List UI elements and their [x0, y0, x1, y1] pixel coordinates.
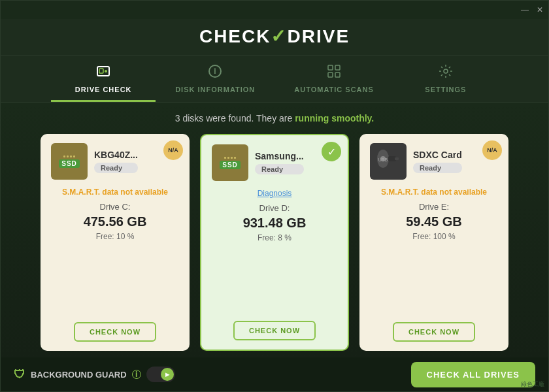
app-footer: 🛡 BACKGROUND GUARD i ▶ CHECK ALL DRIVES	[1, 357, 548, 391]
icon-dots	[63, 155, 75, 157]
smart-warning-e: S.M.A.R.T. data not available	[381, 188, 487, 197]
disk-name-e: SDXC Card	[413, 150, 462, 160]
disk-name-c: KBG40Z...	[94, 150, 138, 160]
minimize-button[interactable]: —	[521, 5, 529, 14]
settings-icon	[438, 63, 454, 82]
card-d-disk-icon: SSD	[212, 144, 248, 181]
disk-card-c[interactable]: SSD KBG40Z... Ready N/A S.M.A.R.T. data …	[41, 134, 190, 351]
drive-size-e: 59.45 GB	[406, 214, 462, 229]
app-window: — ✕ CHECK✓DRIVE DRIVE CHECK	[0, 0, 549, 392]
status-highlight: running smoothly.	[295, 113, 374, 123]
watermark: 綠色工廠	[521, 380, 544, 389]
info-icon[interactable]: i	[132, 370, 141, 379]
drive-label-d: Drive D:	[259, 203, 290, 213]
check-now-c-button[interactable]: CHECK NOW	[74, 322, 156, 342]
drive-size-d: 931.48 GB	[243, 216, 307, 231]
guard-toggle[interactable]: ▶	[146, 367, 175, 382]
check-now-e-button[interactable]: CHECK NOW	[393, 322, 475, 342]
title-drive: DRIVE	[287, 26, 350, 46]
svg-rect-1	[99, 69, 103, 73]
drive-label-e: Drive E:	[419, 202, 449, 212]
svg-point-2	[105, 70, 107, 73]
card-d-info: Samsung... Ready	[255, 151, 304, 174]
nav-automatic-scans[interactable]: AUTOMATIC SCANS	[274, 56, 393, 102]
background-guard: 🛡 BACKGROUND GUARD i ▶	[14, 367, 175, 382]
check-now-d-button[interactable]: CHECK NOW	[233, 321, 316, 340]
title-check: CHECK	[199, 26, 271, 46]
disk-status-e: Ready	[413, 163, 462, 173]
disk-info-icon: i	[207, 63, 223, 82]
badge-ok-d: ✓	[322, 142, 341, 161]
close-button[interactable]: ✕	[537, 5, 543, 14]
svg-point-9	[444, 69, 448, 73]
disk-card-d[interactable]: SSD Samsung... Ready ✓ Diagnosis Drive D…	[200, 134, 349, 351]
bg-guard-label: BACKGROUND GUARD	[31, 370, 127, 380]
disk-name-d: Samsung...	[255, 151, 304, 161]
drive-label-c: Drive C:	[100, 202, 131, 212]
svg-rect-8	[335, 73, 340, 77]
disk-status-d: Ready	[255, 164, 304, 174]
check-all-drives-button[interactable]: CHECK ALL DRIVES	[411, 362, 535, 387]
card-c-disk-icon: SSD	[51, 143, 88, 180]
ssd-label-d: SSD	[220, 161, 241, 169]
nav-auto-scans-label: AUTOMATIC SCANS	[294, 86, 374, 93]
card-c-info: KBG40Z... Ready	[94, 150, 138, 173]
svg-rect-6	[335, 65, 340, 70]
svg-rect-7	[328, 73, 333, 77]
card-d-header: SSD Samsung... Ready	[212, 144, 337, 181]
nav-disk-info-label: DISK INFORMATION	[175, 86, 255, 93]
status-bar: 3 disks were found. They are running smo…	[175, 113, 374, 123]
title-bar: — ✕	[1, 1, 548, 19]
drive-size-c: 475.56 GB	[84, 214, 147, 229]
badge-na-c: N/A	[163, 140, 183, 160]
drive-free-d: Free: 8 %	[258, 233, 291, 242]
main-content: 3 disks were found. They are running smo…	[1, 103, 548, 357]
guard-icon: 🛡	[14, 368, 25, 382]
nav-settings-label: SETTINGS	[425, 86, 466, 93]
icon-dots-d	[224, 157, 236, 159]
app-title: CHECK✓DRIVE	[1, 25, 548, 47]
nav-drive-check[interactable]: DRIVE CHECK	[51, 56, 156, 102]
toggle-knob: ▶	[161, 368, 174, 381]
nav-disk-information[interactable]: i DISK INFORMATION	[156, 56, 274, 102]
diagnosis-link-d[interactable]: Diagnosis	[258, 189, 292, 198]
card-c-header: SSD KBG40Z... Ready	[51, 143, 179, 180]
ssd-label-c: SSD	[59, 159, 80, 168]
title-checkmark: ✓	[271, 26, 287, 46]
drive-free-c: Free: 10 %	[96, 232, 135, 241]
disk-status-c: Ready	[94, 163, 138, 173]
smart-warning-c: S.M.A.R.T. data not available	[62, 188, 168, 197]
auto-scans-icon	[326, 63, 342, 82]
svg-rect-5	[328, 65, 333, 70]
card-e-header: USB SDXC Card Ready	[370, 143, 498, 180]
disk-card-e[interactable]: USB SDXC Card Ready N/A S.M.A.R.T. data …	[359, 134, 508, 351]
status-text: 3 disks were found. They are	[175, 113, 295, 123]
nav-drive-check-label: DRIVE CHECK	[75, 86, 132, 93]
drive-check-icon	[95, 63, 111, 82]
badge-na-e: N/A	[482, 140, 502, 160]
drive-free-e: Free: 100 %	[412, 232, 455, 241]
app-header: CHECK✓DRIVE DRIVE CHECK i	[1, 19, 548, 102]
svg-text:i: i	[214, 67, 216, 76]
svg-rect-12	[395, 157, 399, 160]
nav-settings[interactable]: SETTINGS	[393, 56, 498, 102]
svg-text:USB: USB	[378, 157, 388, 162]
card-e-disk-icon: USB	[370, 143, 407, 180]
disk-cards-container: SSD KBG40Z... Ready N/A S.M.A.R.T. data …	[41, 134, 508, 351]
nav-bar: DRIVE CHECK i DISK INFORMATION	[1, 55, 548, 102]
card-e-info: SDXC Card Ready	[413, 150, 462, 173]
